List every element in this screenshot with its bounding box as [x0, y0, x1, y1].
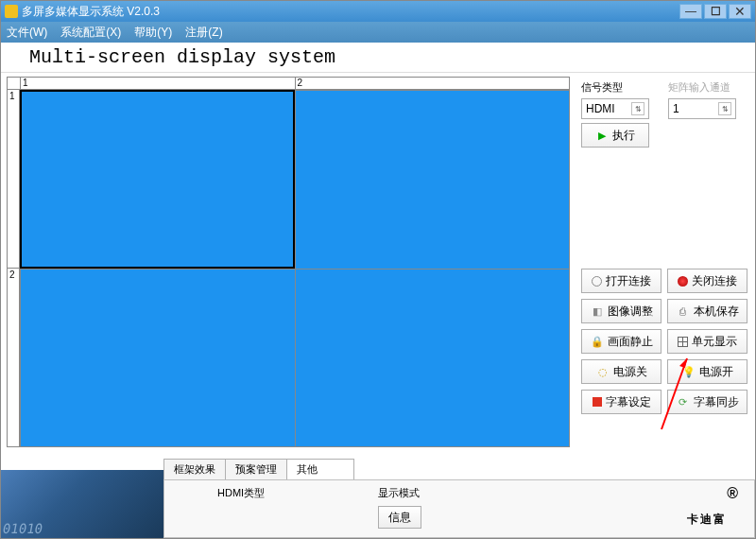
logo-pane: [1, 470, 163, 538]
banner-title: Multi-screen display system: [1, 43, 755, 73]
subtitle-icon: [593, 397, 602, 407]
row-header-1[interactable]: 1: [7, 90, 20, 269]
brand-watermark: 卡迪富®: [687, 487, 740, 532]
save-icon: ⎙: [677, 304, 690, 318]
unit-display-button[interactable]: 单元显示: [667, 329, 747, 354]
stop-icon: [678, 276, 688, 287]
bulb-off-icon: ◌: [596, 365, 610, 378]
circle-icon: [592, 276, 602, 287]
row-header-2[interactable]: 2: [7, 269, 20, 447]
maximize-button[interactable]: ☐: [704, 4, 727, 19]
image-adjust-button[interactable]: ◧图像调整: [581, 299, 662, 323]
menu-bar: 文件(W) 系统配置(X) 帮助(Y) 注册(Z): [1, 22, 755, 43]
screen-cell-1-1[interactable]: [20, 90, 295, 269]
local-save-button[interactable]: ⎙本机保存: [667, 299, 747, 323]
bottom-tabs: 框架效果 预案管理 其他: [163, 459, 353, 479]
menu-config[interactable]: 系统配置(X): [60, 25, 121, 41]
row-headers: 1 2: [7, 90, 20, 447]
signal-type-select[interactable]: HDMI ⇅: [581, 98, 649, 119]
screen-cell-1-2[interactable]: [295, 90, 570, 269]
screen-cell-2-1[interactable]: [20, 269, 295, 447]
grid-icon: [678, 337, 688, 347]
power-off-button[interactable]: ◌电源关: [581, 359, 662, 384]
screen-cells: [20, 90, 570, 447]
header-corner: [7, 77, 20, 90]
tab-frame-effect[interactable]: 框架效果: [163, 459, 226, 479]
bottom-form: HDMI类型 显示模式 信息: [163, 479, 755, 538]
signal-type-label: 信号类型: [581, 80, 649, 95]
play-icon: ▶: [595, 129, 609, 142]
dropdown-arrow-icon: ⇅: [631, 102, 644, 115]
side-panel: 信号类型 HDMI ⇅ ▶ 执行 矩阵输入通道 1 ⇅ 打开连接 关: [574, 73, 755, 451]
open-connection-button[interactable]: 打开连接: [581, 269, 662, 293]
tab-other[interactable]: 其他: [286, 459, 354, 479]
signal-type-value: HDMI: [586, 102, 615, 115]
tab-preset-manage[interactable]: 预案管理: [225, 459, 287, 479]
execute-label: 执行: [612, 128, 635, 144]
subtitle-sync-button[interactable]: ⟳字幕同步: [667, 390, 747, 414]
display-mode-label: 显示模式: [378, 486, 421, 500]
menu-file[interactable]: 文件(W): [7, 25, 47, 41]
matrix-channel-select[interactable]: 1 ⇅: [668, 98, 736, 119]
dropdown-arrow-icon: ⇅: [718, 102, 731, 115]
freeze-button[interactable]: 🔒画面静止: [581, 329, 662, 354]
minimize-button[interactable]: —: [679, 4, 702, 19]
menu-help[interactable]: 帮助(Y): [134, 25, 172, 41]
col-header-2[interactable]: 2: [295, 77, 571, 90]
subtitle-set-button[interactable]: 字幕设定: [581, 390, 662, 414]
lock-icon: 🔒: [591, 335, 604, 348]
screen-grid: 1 2 1 2: [1, 73, 574, 451]
title-bar: 多屏多媒体显示系统 V2.0.3 — ☐ ✕: [1, 1, 755, 22]
bulb-on-icon: 💡: [682, 365, 696, 378]
window-title: 多屏多媒体显示系统 V2.0.3: [22, 4, 679, 20]
info-button[interactable]: 信息: [378, 506, 421, 529]
hdmi-type-label: HDMI类型: [217, 486, 265, 500]
screen-cell-2-2[interactable]: [295, 269, 570, 447]
app-icon: [5, 5, 18, 18]
matrix-channel-label: 矩阵输入通道: [668, 80, 736, 95]
matrix-channel-value: 1: [673, 102, 679, 115]
image-icon: ◧: [591, 304, 604, 318]
column-headers: 1 2: [7, 77, 570, 90]
close-button[interactable]: ✕: [729, 4, 751, 19]
execute-button[interactable]: ▶ 执行: [581, 123, 649, 148]
action-buttons: 打开连接 关闭连接 ◧图像调整 ⎙本机保存 🔒画面静止 单元显示 ◌电源关 💡电…: [581, 269, 747, 414]
close-connection-button[interactable]: 关闭连接: [667, 269, 747, 293]
window-controls: — ☐ ✕: [679, 4, 751, 19]
power-on-button[interactable]: 💡电源开: [667, 359, 747, 384]
menu-register[interactable]: 注册(Z): [185, 25, 222, 41]
sync-icon: ⟳: [677, 395, 690, 409]
main-area: 1 2 1 2 信号类型 HDMI ⇅: [1, 73, 755, 451]
col-header-1[interactable]: 1: [20, 77, 295, 90]
